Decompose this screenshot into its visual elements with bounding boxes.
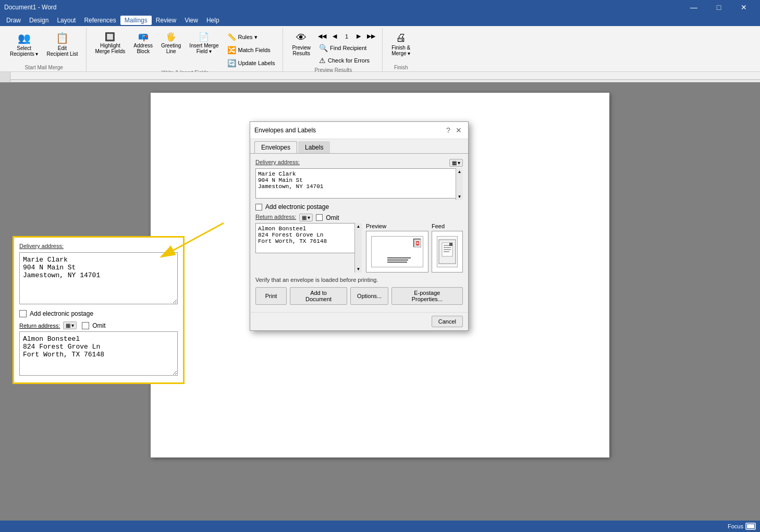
ruler-scale: [10, 72, 760, 82]
verify-text: Verify that an envelope is loaded before…: [255, 277, 463, 283]
menu-references[interactable]: References: [80, 16, 120, 25]
return-dropdown[interactable]: ▦ ▾: [299, 214, 313, 221]
omit-checkbox[interactable]: [316, 214, 323, 221]
preview-icon: 👁: [296, 32, 307, 44]
match-fields-icon: 🔀: [227, 46, 236, 54]
menu-draw[interactable]: Draw: [2, 16, 25, 25]
callout-postage-label: Add electronic postage: [30, 310, 93, 317]
focus-icon: [745, 523, 756, 530]
callout-delivery-label: Delivery address:: [19, 243, 178, 249]
epostage-button[interactable]: E-postage Properties...: [391, 287, 463, 305]
delivery-scrollbar[interactable]: ▲ ▼: [456, 168, 463, 200]
preview-results-button[interactable]: 👁 Preview Results: [288, 29, 314, 59]
add-to-document-button[interactable]: Add to Document: [290, 287, 347, 305]
find-icon: 🔍: [319, 44, 328, 52]
ruler-corner: [0, 72, 10, 82]
update-labels-button[interactable]: 🔄Update Labels: [224, 57, 279, 69]
return-address-input[interactable]: [255, 223, 362, 253]
nav-last-button[interactable]: ▶▶: [364, 31, 378, 41]
callout-omit-label: Omit: [92, 322, 105, 329]
svg-rect-13: [747, 524, 754, 528]
nav-prev-button[interactable]: ◀: [330, 31, 339, 41]
dialog-close-button[interactable]: ✕: [453, 125, 464, 135]
menu-help[interactable]: Help: [202, 16, 224, 25]
menu-view[interactable]: View: [180, 16, 202, 25]
find-recipient-button[interactable]: 🔍Find Recipient: [315, 42, 378, 54]
delivery-dropdown[interactable]: ▦ ▾: [449, 159, 463, 167]
finish-icon: 🖨: [396, 32, 406, 44]
title-bar: Document1 - Word — □ ✕: [0, 0, 760, 15]
menu-layout[interactable]: Layout: [53, 16, 80, 25]
callout-zoom-box: Delivery address: Add electronic postage…: [13, 236, 185, 384]
feed-label: Feed: [432, 223, 463, 229]
stamp-visual: 📮: [413, 239, 421, 247]
edit-recipient-list-button[interactable]: 📋 Edit Recipient List: [43, 29, 81, 59]
tab-envelopes[interactable]: Envelopes: [254, 141, 297, 153]
postage-checkbox[interactable]: [255, 204, 262, 211]
close-button[interactable]: ✕: [732, 0, 756, 15]
options-button[interactable]: Options...: [350, 287, 388, 305]
print-button[interactable]: Print: [255, 287, 287, 305]
envelopes-dialog: Envelopes and Labels ? ✕ Envelopes Label…: [250, 121, 469, 331]
focus-label: Focus: [728, 523, 743, 529]
highlight-merge-fields-button[interactable]: 🔲 Highlight Merge Fields: [92, 29, 129, 57]
feed-visual: [437, 236, 458, 267]
dialog-content: Delivery address: ▦ ▾ ▲ ▼ Add: [250, 154, 468, 310]
callout-postage-checkbox[interactable]: [19, 310, 27, 317]
tab-labels[interactable]: Labels: [298, 141, 330, 153]
dialog-titlebar: Envelopes and Labels ? ✕: [250, 122, 468, 139]
errors-icon: ⚠: [319, 56, 326, 65]
check-for-errors-button[interactable]: ⚠Check for Errors: [315, 55, 378, 66]
update-labels-icon: 🔄: [227, 59, 236, 67]
cancel-button[interactable]: Cancel: [432, 316, 463, 327]
delivery-address-input[interactable]: [255, 168, 463, 199]
nav-first-button[interactable]: ◀◀: [315, 31, 329, 41]
status-bar: Focus: [0, 521, 760, 532]
nav-page-number[interactable]: 1: [340, 32, 353, 41]
ribbon-group-write-insert: 🔲 Highlight Merge Fields 📪 Address Block…: [88, 28, 284, 71]
maximize-button[interactable]: □: [707, 0, 731, 15]
ribbon-group-finish: 🖨 Finish & Merge ▾ Finish: [384, 28, 418, 71]
callout-return-dropdown[interactable]: ▦ ▾: [63, 321, 77, 329]
callout-return-address[interactable]: [19, 331, 178, 376]
menu-mailings[interactable]: Mailings: [120, 16, 152, 25]
address-block-icon: 📪: [138, 32, 149, 42]
match-fields-button[interactable]: 🔀Match Fields: [224, 44, 279, 56]
ribbon: 👥 Select Recipients ▾ 📋 Edit Recipient L…: [0, 26, 760, 72]
preview-label: Preview: [366, 223, 428, 229]
callout-omit-checkbox[interactable]: [82, 322, 89, 329]
finish-merge-button[interactable]: 🖨 Finish & Merge ▾: [388, 29, 414, 59]
svg-rect-9: [449, 243, 452, 246]
nav-next-button[interactable]: ▶: [354, 31, 363, 41]
ruler: [0, 72, 760, 82]
callout-delivery-address[interactable]: [19, 252, 178, 304]
delivery-address-label: Delivery address:: [255, 159, 300, 165]
dialog-title: Envelopes and Labels: [254, 127, 443, 134]
minimize-button[interactable]: —: [682, 0, 706, 15]
callout-return-label: Return address:: [19, 323, 60, 329]
postage-label: Add electronic postage: [265, 203, 329, 211]
dialog-tabs: Envelopes Labels: [250, 139, 468, 154]
start-mail-merge-label: Start Mail Merge: [25, 64, 63, 70]
return-address-label: Return address:: [255, 214, 296, 220]
ribbon-group-preview: 👁 Preview Results ◀◀ ◀ 1 ▶ ▶▶ 🔍Find Reci…: [284, 28, 383, 71]
select-recipients-button[interactable]: 👥 Select Recipients ▾: [6, 29, 42, 59]
return-scrollbar[interactable]: ▲ ▼: [354, 223, 362, 273]
envelope-preview: 📮: [366, 231, 428, 273]
rules-icon: 📏: [227, 33, 236, 41]
feed-box: [432, 231, 463, 273]
edit-recipients-icon: 📋: [56, 32, 69, 44]
menu-design[interactable]: Design: [25, 16, 53, 25]
rules-button[interactable]: 📏Rules ▾: [224, 31, 279, 43]
recipients-icon: 👥: [18, 32, 31, 44]
insert-field-icon: 📄: [199, 32, 209, 42]
doc-area: Delivery address: Add electronic postage…: [0, 82, 760, 521]
insert-merge-field-button[interactable]: 📄 Insert Merge Field ▾: [186, 29, 222, 57]
title-bar-text: Document1 - Word: [4, 4, 56, 11]
address-lines-visual: [387, 257, 411, 263]
greeting-icon: 🖐: [166, 32, 176, 42]
address-block-button[interactable]: 📪 Address Block: [130, 29, 156, 57]
greeting-line-button[interactable]: 🖐 Greeting Line: [157, 29, 185, 57]
dialog-help-button[interactable]: ?: [443, 125, 453, 135]
menu-review[interactable]: Review: [152, 16, 180, 25]
